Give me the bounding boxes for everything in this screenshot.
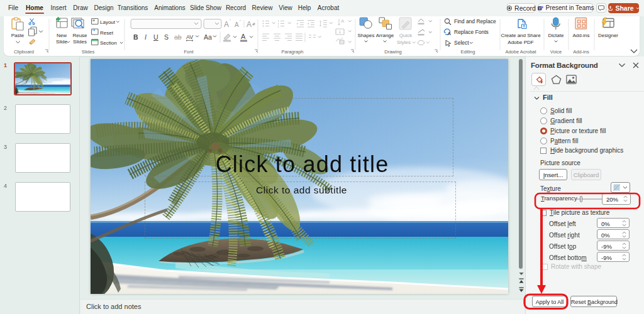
svg-text:Paste: Paste (11, 33, 25, 38)
svg-text:Reuse: Reuse (72, 33, 87, 38)
svg-text:Shapes: Shapes (357, 33, 374, 38)
svg-text:S: S (164, 33, 169, 41)
svg-text:A: A (341, 18, 345, 24)
svg-text:A: A (448, 31, 452, 36)
svg-text:ˇ: ˇ (240, 19, 241, 23)
svg-text:Reset: Reset (100, 30, 114, 36)
svg-text:Clipboard: Clipboard (14, 49, 34, 55)
svg-text:Section: Section (100, 40, 117, 46)
svg-text:Add-ins: Add-ins (573, 49, 589, 55)
svg-text:Aa: Aa (204, 33, 212, 41)
svg-text:B: B (133, 33, 138, 41)
svg-text:A: A (241, 33, 246, 40)
svg-text:ab: ab (174, 33, 182, 41)
svg-text:Add-ins: Add-ins (572, 33, 589, 38)
svg-text:Slides: Slides (82, 49, 95, 55)
svg-text:Slide: Slide (56, 39, 67, 45)
svg-text:Replace Fonts: Replace Fonts (454, 29, 489, 35)
svg-text:Adobe PDF: Adobe PDF (508, 40, 533, 45)
svg-text:New: New (57, 33, 67, 38)
svg-text:A: A (224, 20, 229, 29)
svg-text:Voice: Voice (550, 49, 562, 55)
svg-text:AV: AV (186, 34, 193, 40)
svg-text:Styles: Styles (397, 40, 411, 45)
svg-text:Slides: Slides (73, 39, 87, 45)
svg-text:Layout: Layout (100, 19, 116, 25)
svg-text:Dictate: Dictate (548, 33, 564, 38)
svg-text:A: A (247, 20, 252, 29)
svg-text:Font: Font (184, 49, 194, 55)
svg-text:Create and Share: Create and Share (501, 33, 541, 38)
svg-text:A: A (235, 21, 239, 28)
svg-text:ˆ: ˆ (230, 19, 231, 23)
svg-text:I: I (145, 33, 147, 41)
svg-text:Select: Select (454, 40, 469, 46)
svg-text:Arrange: Arrange (376, 33, 394, 38)
svg-text:U: U (153, 33, 158, 41)
svg-text:Quick: Quick (399, 33, 413, 38)
svg-text:Editing: Editing (461, 49, 475, 55)
svg-text:Adobe Acrobat: Adobe Acrobat (505, 49, 536, 55)
svg-text:Designer: Designer (598, 33, 618, 38)
svg-text:Paragraph: Paragraph (281, 49, 303, 55)
svg-text:Find and Replace: Find and Replace (454, 18, 496, 24)
svg-text:Drawing: Drawing (384, 49, 402, 55)
